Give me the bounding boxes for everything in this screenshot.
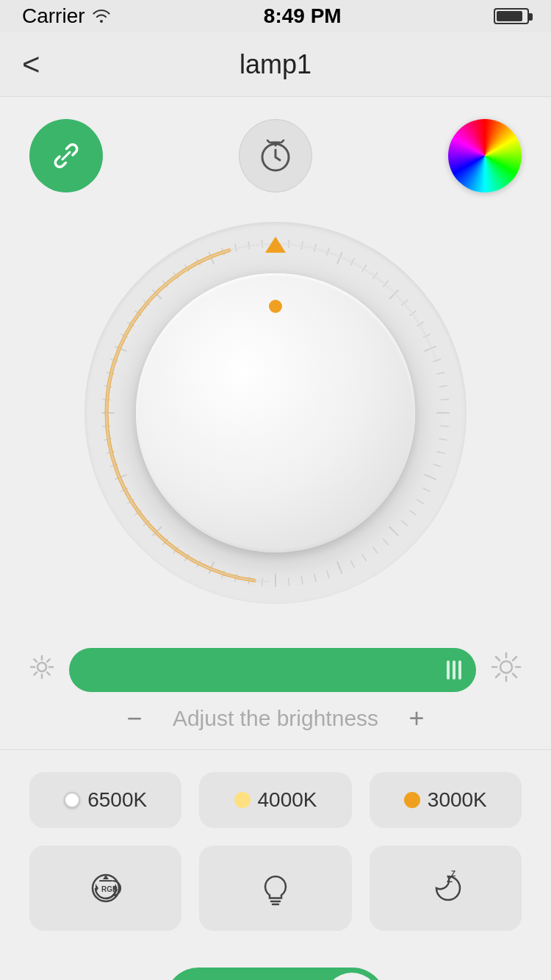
brightness-max-icon bbox=[491, 652, 522, 689]
temp-6500k-button[interactable]: 6500K bbox=[29, 772, 181, 828]
battery-icon bbox=[494, 8, 529, 24]
temp-4000k-button[interactable]: 4000K bbox=[199, 772, 351, 828]
svg-point-92 bbox=[500, 661, 512, 673]
button-grid: 6500K 4000K 3000K RGB bbox=[0, 750, 551, 953]
top-icons-row bbox=[29, 119, 522, 192]
brightness-increase-button[interactable]: + bbox=[400, 702, 433, 735]
temp-dot-6500k bbox=[64, 792, 80, 808]
wifi-icon bbox=[91, 4, 112, 28]
temp-dot-3000k bbox=[404, 792, 420, 808]
status-bar: Carrier 8:49 PM bbox=[0, 0, 551, 32]
brightness-handle bbox=[447, 660, 461, 680]
svg-line-99 bbox=[513, 657, 516, 660]
color-wheel-button[interactable] bbox=[448, 119, 522, 192]
carrier-label: Carrier bbox=[22, 4, 85, 28]
svg-line-90 bbox=[47, 659, 50, 662]
status-bar-time: 8:49 PM bbox=[264, 4, 342, 28]
brightness-slider[interactable] bbox=[69, 648, 476, 692]
bulb-mode-button[interactable] bbox=[199, 846, 351, 931]
power-toggle[interactable]: ON bbox=[165, 968, 386, 980]
sleep-mode-button[interactable]: Z Z bbox=[370, 846, 522, 931]
status-bar-right bbox=[494, 8, 529, 24]
moon-icon: Z Z bbox=[425, 868, 466, 909]
temp-3000k-label: 3000K bbox=[428, 788, 487, 812]
rgb-icon: RGB bbox=[85, 868, 126, 909]
svg-line-98 bbox=[513, 674, 516, 677]
brightness-adjust-label: Adjust the brightness bbox=[173, 706, 378, 731]
svg-point-83 bbox=[37, 663, 46, 671]
svg-line-91 bbox=[34, 672, 37, 675]
temp-6500k-label: 6500K bbox=[87, 788, 147, 812]
temp-3000k-button[interactable]: 3000K bbox=[370, 772, 522, 828]
knob-dial[interactable] bbox=[136, 273, 415, 552]
svg-line-89 bbox=[47, 672, 50, 675]
timer-button[interactable] bbox=[239, 119, 312, 192]
status-bar-left: Carrier bbox=[22, 4, 112, 28]
knob-indicator-dot bbox=[269, 300, 282, 313]
brightness-label-row: − Adjust the brightness + bbox=[29, 702, 522, 735]
svg-line-88 bbox=[34, 659, 37, 662]
svg-line-97 bbox=[496, 657, 500, 660]
knob-outer-ring[interactable]: // We'll use SVG transform approach with… bbox=[84, 222, 467, 604]
rgb-mode-button[interactable]: RGB bbox=[29, 846, 181, 931]
svg-text:Z: Z bbox=[451, 870, 455, 878]
svg-line-100 bbox=[496, 674, 500, 677]
brightness-decrease-button[interactable]: − bbox=[118, 702, 151, 735]
temp-dot-4000k bbox=[234, 792, 251, 808]
bottom-section: ON bbox=[0, 953, 551, 980]
main-content: // We'll use SVG transform approach with… bbox=[0, 97, 551, 633]
page-title: lamp1 bbox=[240, 49, 311, 80]
knob-indicator-triangle bbox=[265, 237, 286, 253]
power-thumb bbox=[324, 973, 380, 980]
temp-4000k-label: 4000K bbox=[258, 788, 317, 812]
knob-container: // We'll use SVG transform approach with… bbox=[0, 207, 551, 619]
bulb-icon bbox=[255, 868, 296, 909]
nav-bar: < lamp1 bbox=[0, 32, 551, 97]
brightness-min-icon bbox=[29, 655, 54, 685]
back-button[interactable]: < bbox=[22, 49, 40, 80]
link-button[interactable] bbox=[29, 119, 103, 192]
slider-row bbox=[29, 648, 522, 692]
brightness-section: − Adjust the brightness + bbox=[0, 633, 551, 749]
